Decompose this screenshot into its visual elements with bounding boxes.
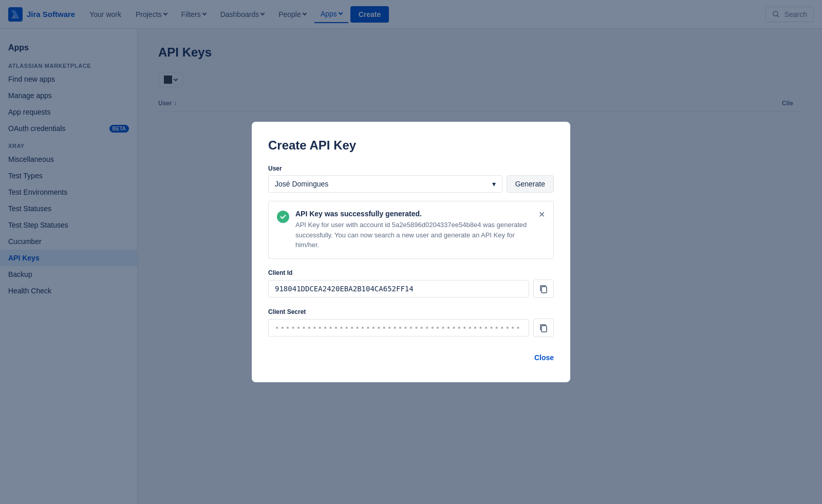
- success-content: API Key was successfully generated. API …: [295, 210, 528, 250]
- success-body: API Key for user with account id 5a2e589…: [295, 220, 528, 250]
- copy-client-id-button[interactable]: [533, 279, 554, 298]
- success-icon: [277, 211, 289, 223]
- copy-icon: [539, 323, 548, 332]
- success-banner: API Key was successfully generated. API …: [268, 201, 554, 259]
- client-id-label: Client Id: [268, 269, 554, 276]
- client-secret-label: Client Secret: [268, 308, 554, 315]
- copy-client-secret-button[interactable]: [533, 319, 554, 337]
- user-select-value: José Domingues: [275, 180, 328, 188]
- modal-create-api-key: Create API Key User José Domingues ▾ Gen…: [252, 122, 570, 382]
- user-row: José Domingues ▾ Generate: [268, 175, 554, 193]
- svg-rect-3: [541, 326, 547, 332]
- svg-rect-2: [541, 287, 547, 293]
- close-button[interactable]: Close: [534, 349, 554, 366]
- user-field-label: User: [268, 165, 554, 172]
- copy-icon: [539, 284, 548, 293]
- success-title: API Key was successfully generated.: [295, 210, 528, 218]
- success-close-icon[interactable]: ✕: [538, 210, 545, 219]
- modal-title: Create API Key: [268, 138, 554, 153]
- user-select[interactable]: José Domingues ▾: [268, 175, 502, 193]
- modal-footer: Close: [268, 349, 554, 366]
- client-secret-group: Client Secret: [268, 308, 554, 337]
- client-secret-row: [268, 319, 554, 337]
- chevron-down-icon: ▾: [492, 180, 496, 188]
- client-id-row: [268, 279, 554, 298]
- modal-overlay: Create API Key User José Domingues ▾ Gen…: [0, 0, 822, 504]
- main-content: API Keys User ↕ Clie Create API Key User: [138, 29, 822, 504]
- client-id-input[interactable]: [268, 280, 529, 297]
- generate-button[interactable]: Generate: [507, 175, 554, 193]
- client-id-group: Client Id: [268, 269, 554, 298]
- layout: Apps ATLASSIAN MARKETPLACE Find new apps…: [0, 29, 822, 504]
- client-secret-input[interactable]: [268, 319, 529, 337]
